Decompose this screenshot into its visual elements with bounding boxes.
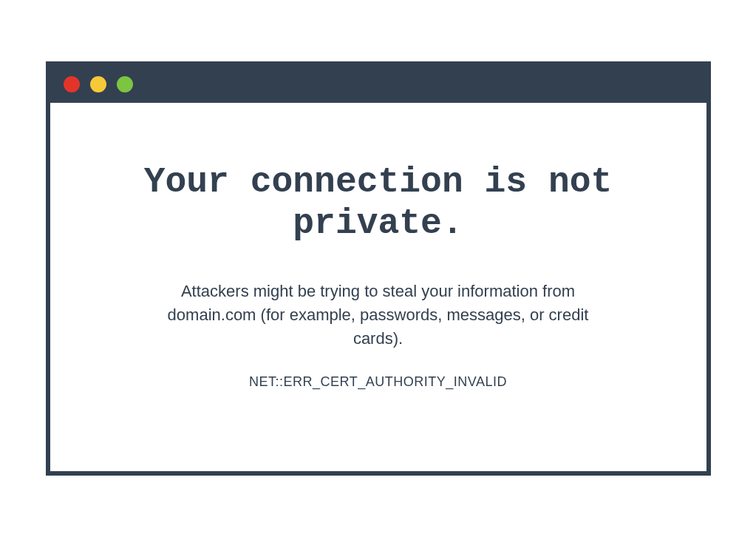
warning-content: Your connection is not private. Attacker… [50, 103, 706, 470]
warning-description: Attackers might be trying to steal your … [149, 280, 607, 351]
maximize-icon[interactable] [117, 76, 133, 92]
warning-heading: Your connection is not private. [95, 162, 662, 243]
browser-window: Your connection is not private. Attacker… [46, 61, 711, 475]
titlebar [50, 66, 706, 103]
close-icon[interactable] [64, 76, 80, 92]
error-code: NET::ERR_CERT_AUTHORITY_INVALID [95, 374, 662, 390]
minimize-icon[interactable] [90, 76, 106, 92]
